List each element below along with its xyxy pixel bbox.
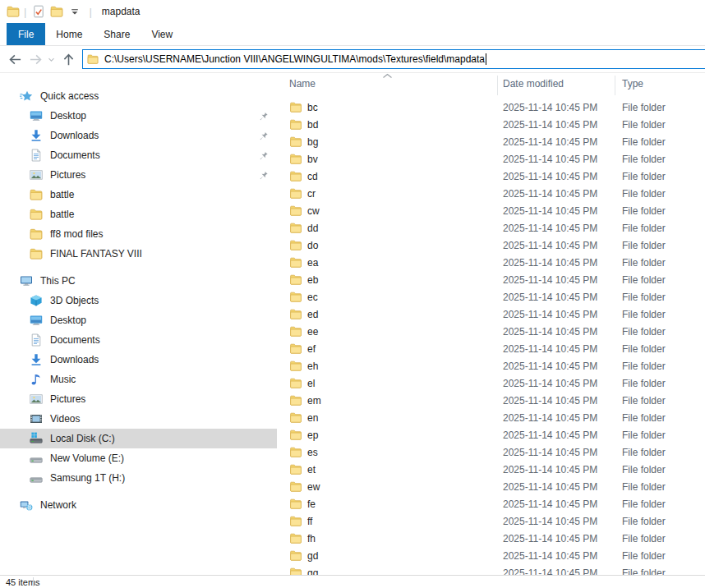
- file-rows: bc 2025-11-14 10:45 PM File folder bd 20…: [277, 99, 705, 575]
- text-cursor: [486, 53, 486, 65]
- file-row-bg[interactable]: bg 2025-11-14 10:45 PM File folder: [277, 133, 705, 150]
- folder-icon: [289, 101, 302, 113]
- sidebar-item-desktop[interactable]: Desktop: [0, 106, 277, 126]
- file-row-ew[interactable]: ew 2025-11-14 10:45 PM File folder: [277, 478, 705, 495]
- sidebar-item-battle[interactable]: battle: [0, 185, 277, 204]
- file-row-bc[interactable]: bc 2025-11-14 10:45 PM File folder: [277, 99, 705, 116]
- star-icon: [20, 90, 33, 103]
- column-separator[interactable]: [497, 76, 498, 95]
- file-list-pane: Name Date modified Type bc 2025-11-14 10…: [277, 73, 705, 575]
- titlebar: | | mapdata: [0, 0, 705, 23]
- sidebar-item-pictures[interactable]: Pictures: [0, 165, 277, 185]
- sidebar-item-documents[interactable]: Documents: [0, 145, 277, 165]
- sidebar-item-battle[interactable]: battle: [0, 204, 277, 224]
- sidebar-item-3d-objects[interactable]: 3D Objects: [0, 291, 277, 310]
- folder-icon: [289, 273, 302, 286]
- folder-icon: [289, 170, 302, 182]
- sidebar-item-new-volume-e[interactable]: New Volume (E:): [0, 448, 277, 468]
- qat-button-qat-caret[interactable]: [67, 3, 83, 20]
- file-row-ep[interactable]: ep 2025-11-14 10:45 PM File folder: [277, 426, 705, 443]
- quick-access-toolbar: [30, 3, 85, 20]
- sidebar-item-ff8-mod-files[interactable]: ff8 mod files: [0, 224, 277, 244]
- tab-share[interactable]: Share: [93, 23, 141, 45]
- properties-icon: [32, 5, 45, 18]
- folder-icon: [289, 308, 302, 320]
- file-row-es[interactable]: es 2025-11-14 10:45 PM File folder: [277, 443, 705, 461]
- file-row-ea[interactable]: ea 2025-11-14 10:45 PM File folder: [277, 254, 705, 271]
- qat-button-properties[interactable]: [30, 3, 47, 20]
- sidebar-item-music[interactable]: Music: [0, 370, 277, 389]
- tab-view[interactable]: View: [141, 23, 183, 45]
- sidebar-item-network[interactable]: Network: [0, 495, 277, 515]
- column-header-name[interactable]: Name: [289, 78, 316, 90]
- document-icon: [30, 149, 43, 162]
- pin-icon: [258, 170, 269, 181]
- tab-file[interactable]: File: [7, 23, 45, 45]
- file-row-eh[interactable]: eh 2025-11-14 10:45 PM File folder: [277, 357, 705, 374]
- folder-icon: [289, 463, 302, 475]
- file-row-dd[interactable]: dd 2025-11-14 10:45 PM File folder: [277, 219, 705, 237]
- address-path-input[interactable]: C:\Users\USERNAME\Junction VIII\ANGELWIN…: [104, 53, 485, 65]
- address-bar[interactable]: C:\Users\USERNAME\Junction VIII\ANGELWIN…: [82, 49, 705, 69]
- sidebar-item-final-fantasy-viii[interactable]: FINAL FANTASY VIII: [0, 244, 277, 264]
- tab-home[interactable]: Home: [45, 23, 93, 45]
- sort-ascending-icon: [382, 73, 393, 79]
- sidebar-item-local-disk-c[interactable]: Local Disk (C:): [0, 429, 277, 448]
- folder-icon: [289, 360, 302, 372]
- folder-icon: [289, 394, 302, 407]
- folder-icon: [30, 208, 43, 221]
- sidebar-item-documents[interactable]: Documents: [0, 330, 277, 350]
- sidebar-item-this-pc[interactable]: This PC: [0, 271, 277, 291]
- file-row-ff[interactable]: ff 2025-11-14 10:45 PM File folder: [277, 512, 705, 530]
- folder-icon: [289, 153, 302, 165]
- forward-button[interactable]: [29, 53, 43, 67]
- address-folder-icon: [87, 53, 99, 65]
- sidebar-item-pictures[interactable]: Pictures: [0, 389, 277, 409]
- sidebar-item-downloads[interactable]: Downloads: [0, 126, 277, 145]
- file-row-fe[interactable]: fe 2025-11-14 10:45 PM File folder: [277, 495, 705, 512]
- file-row-bv[interactable]: bv 2025-11-14 10:45 PM File folder: [277, 150, 705, 168]
- file-explorer-window: | | mapdata File Home Share View: [0, 0, 705, 588]
- back-button[interactable]: [8, 53, 22, 67]
- column-separator[interactable]: [615, 76, 615, 95]
- folder-icon: [289, 480, 302, 493]
- file-row-cr[interactable]: cr 2025-11-14 10:45 PM File folder: [277, 185, 705, 202]
- folder-icon: [289, 204, 302, 217]
- download-icon: [30, 129, 43, 142]
- column-header-type[interactable]: Type: [622, 78, 643, 90]
- folder-icon: [30, 227, 43, 241]
- recent-locations-dropdown-icon[interactable]: [47, 53, 56, 67]
- folder-icon: [289, 187, 302, 200]
- navigation-pane: Quick access Desktop Downloads Documents: [0, 73, 277, 575]
- file-row-gd[interactable]: gd 2025-11-14 10:45 PM File folder: [277, 547, 705, 564]
- cube-icon: [30, 294, 43, 307]
- file-row-do[interactable]: do 2025-11-14 10:45 PM File folder: [277, 237, 705, 254]
- sidebar-item-quick-access[interactable]: Quick access: [0, 86, 277, 106]
- sidebar-item-videos[interactable]: Videos: [0, 409, 277, 429]
- file-row-cd[interactable]: cd 2025-11-14 10:45 PM File folder: [277, 168, 705, 185]
- new-folder-icon: [50, 5, 63, 18]
- folder-icon: [289, 411, 302, 424]
- qat-button-new-folder[interactable]: [48, 3, 65, 20]
- sidebar-item-desktop[interactable]: Desktop: [0, 310, 277, 330]
- file-row-bd[interactable]: bd 2025-11-14 10:45 PM File folder: [277, 116, 705, 133]
- file-row-gg[interactable]: gg 2025-11-14 10:45 PM File folder: [277, 564, 705, 575]
- file-row-eb[interactable]: eb 2025-11-14 10:45 PM File folder: [277, 271, 705, 288]
- file-row-el[interactable]: el 2025-11-14 10:45 PM File folder: [277, 374, 705, 392]
- file-row-ee[interactable]: ee 2025-11-14 10:45 PM File folder: [277, 323, 705, 340]
- sidebar-item-downloads[interactable]: Downloads: [0, 350, 277, 370]
- file-row-ec[interactable]: ec 2025-11-14 10:45 PM File folder: [277, 288, 705, 305]
- qat-caret-icon: [68, 5, 81, 18]
- folder-icon: [289, 136, 302, 148]
- file-row-ef[interactable]: ef 2025-11-14 10:45 PM File folder: [277, 340, 705, 357]
- sidebar-item-samsung-1t-h[interactable]: Samsung 1T (H:): [0, 468, 277, 488]
- file-row-en[interactable]: en 2025-11-14 10:45 PM File folder: [277, 409, 705, 426]
- up-button[interactable]: [62, 53, 76, 67]
- file-row-et[interactable]: et 2025-11-14 10:45 PM File folder: [277, 461, 705, 478]
- file-row-fh[interactable]: fh 2025-11-14 10:45 PM File folder: [277, 530, 705, 547]
- file-row-em[interactable]: em 2025-11-14 10:45 PM File folder: [277, 392, 705, 409]
- column-header-date-modified[interactable]: Date modified: [503, 78, 564, 90]
- folder-icon: [289, 429, 302, 441]
- file-row-ed[interactable]: ed 2025-11-14 10:45 PM File folder: [277, 305, 705, 323]
- file-row-cw[interactable]: cw 2025-11-14 10:45 PM File folder: [277, 202, 705, 219]
